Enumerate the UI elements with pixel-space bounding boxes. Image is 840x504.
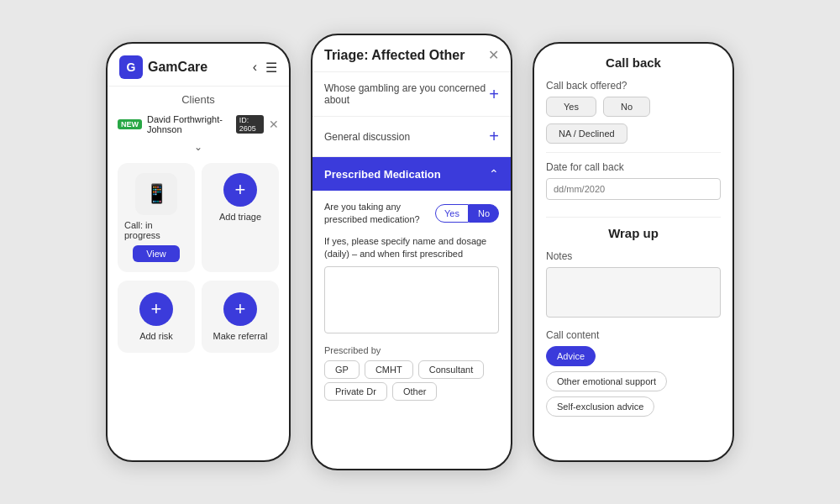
other-emotional-support-button[interactable]: Other emotional support (546, 371, 667, 391)
call-in-progress-card: 📱 Call: in progress View (118, 163, 195, 272)
phone2-title: Triage: Affected Other (324, 48, 465, 63)
na-declined-button[interactable]: NA / Declined (546, 123, 627, 144)
logo-icon: G (119, 55, 143, 79)
section1-label: Whose gambling are you concerned about (324, 82, 489, 106)
section2-label: General discussion (324, 131, 410, 143)
advice-button[interactable]: Advice (546, 346, 596, 366)
divider-1 (546, 152, 721, 153)
add-risk-label: Add risk (139, 331, 173, 341)
wrap-up-title: Wrap up (546, 226, 721, 240)
section-general-discussion: General discussion + (312, 117, 511, 157)
yes-no-toggle: Yes No (435, 204, 499, 223)
client-name: David Forthwright-Johnson (147, 114, 229, 134)
menu-icon[interactable]: ☰ (265, 60, 277, 76)
gamcare-logo: G GamCare (119, 55, 207, 79)
chevron-up-icon: ⌃ (489, 167, 499, 181)
prescriber-pill-group-2: Private Dr Other (324, 382, 499, 401)
view-button[interactable]: View (133, 245, 180, 262)
new-badge: NEW (118, 119, 142, 129)
section1-expand-icon[interactable]: + (489, 85, 499, 104)
specify-question: If yes, please specify name and dosage (… (324, 235, 499, 261)
add-risk-card: + Add risk (118, 281, 195, 353)
yes-toggle[interactable]: Yes (435, 204, 469, 223)
phone-2: Triage: Affected Other ✕ Whose gambling … (311, 34, 512, 470)
phone-1: G GamCare ‹ ☰ Clients NEW David Forthwri… (106, 42, 291, 462)
notes-textarea[interactable] (546, 267, 721, 318)
client-row: NEW David Forthwright-Johnson ID: 2605 ✕ (108, 109, 289, 139)
call-section: 📱 Call: in progress View + Add triage (108, 155, 289, 272)
call-back-offered-label: Call back offered? (546, 80, 721, 92)
phone-3: Call back Call back offered? Yes No NA /… (533, 42, 734, 462)
make-referral-icon[interactable]: + (223, 292, 257, 326)
nav-icons: ‹ ☰ (253, 60, 277, 76)
pill-consultant[interactable]: Consultant (418, 360, 485, 379)
prescribed-by-label: Prescribed by (324, 345, 499, 355)
add-triage-icon[interactable]: + (223, 173, 257, 207)
clients-label: Clients (108, 87, 289, 109)
medication-question-row: Are you taking any prescribed medication… (324, 201, 499, 227)
medication-question: Are you taking any prescribed medication… (324, 201, 435, 227)
call-status-label: Call: in progress (124, 220, 188, 240)
make-referral-label: Make referral (213, 331, 268, 341)
phone3-content: Call back Call back offered? Yes No NA /… (534, 44, 732, 460)
action-section: + Add risk + Make referral (108, 272, 289, 361)
back-icon[interactable]: ‹ (253, 60, 257, 75)
section2-expand-icon[interactable]: + (489, 127, 499, 146)
notes-label: Notes (546, 250, 721, 262)
phone2-close-icon[interactable]: ✕ (488, 47, 499, 63)
add-triage-card: + Add triage (202, 163, 279, 272)
pill-gp[interactable]: GP (324, 360, 360, 379)
client-id: ID: 2605 (236, 115, 264, 134)
date-call-back-label: Date for call back (546, 161, 721, 173)
pill-private-dr[interactable]: Private Dr (324, 382, 387, 401)
section-whose-gambling: Whose gambling are you concerned about + (312, 72, 511, 117)
phone2-header: Triage: Affected Other ✕ (312, 35, 511, 72)
prescribed-medication-section[interactable]: Prescribed Medication ⌃ (312, 157, 511, 191)
no-button[interactable]: No (603, 97, 650, 117)
divider-2 (546, 217, 721, 218)
client-close-icon[interactable]: ✕ (269, 118, 279, 131)
date-input[interactable] (546, 178, 721, 200)
make-referral-card: + Make referral (202, 281, 279, 353)
call-back-offered-group: Yes No (546, 97, 721, 117)
chevron-down-icon[interactable]: ⌄ (108, 139, 289, 155)
add-risk-icon[interactable]: + (139, 292, 173, 326)
call-content-buttons: Advice Other emotional support Self-excl… (546, 346, 721, 417)
call-icon: 📱 (135, 173, 177, 215)
phone1-header: G GamCare ‹ ☰ (108, 44, 289, 87)
self-exclusion-button[interactable]: Self-exclusion advice (546, 396, 654, 417)
call-back-title: Call back (546, 55, 721, 70)
call-content-label: Call content (546, 329, 721, 341)
active-section-label: Prescribed Medication (324, 168, 441, 181)
logo-text: GamCare (148, 60, 207, 75)
pill-other[interactable]: Other (392, 382, 438, 401)
phone2-content: Are you taking any prescribed medication… (312, 191, 511, 414)
yes-button[interactable]: Yes (546, 97, 596, 117)
add-triage-label: Add triage (219, 212, 261, 222)
prescriber-pill-group: GP CMHT Consultant (324, 360, 499, 379)
pill-cmht[interactable]: CMHT (365, 360, 413, 379)
na-declined-group: NA / Declined (546, 123, 721, 144)
medication-textarea[interactable] (324, 266, 499, 333)
no-toggle[interactable]: No (469, 204, 499, 223)
